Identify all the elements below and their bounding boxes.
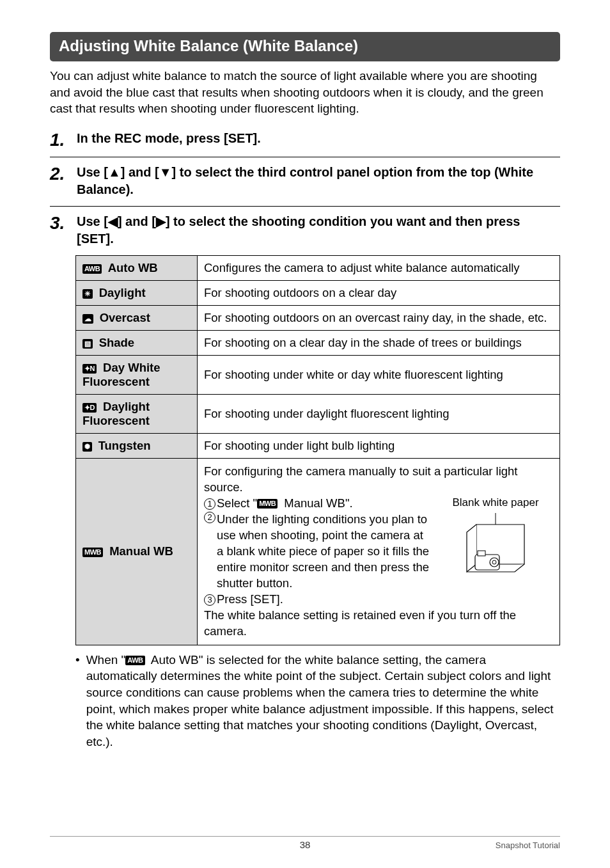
step-3-pre: Use [ [77, 214, 108, 228]
manual-wb-icon: MWB [82, 548, 103, 557]
left-arrow-icon: ◀ [108, 214, 118, 228]
table-row: ▧ Shade For shooting on a clear day in t… [76, 330, 560, 355]
row-desc: For shooting under light bulb lighting [198, 433, 560, 458]
row-desc: For shooting outdoors on a clear day [198, 280, 560, 305]
manual-line1: For configuring the camera manually to s… [204, 464, 553, 496]
row-desc: For shooting on a clear day in the shade… [198, 330, 560, 355]
step-1-text: In the REC mode, press [SET]. [77, 130, 560, 147]
manual-c2: Under the lighting conditions you plan t… [217, 512, 430, 592]
blank-paper-caption: Blank white paper [438, 496, 553, 510]
manual-line2: The white balance setting is retained ev… [204, 608, 553, 640]
row-label: Manual WB [109, 544, 173, 558]
step-3-mid: ] and [ [118, 214, 156, 228]
note-text: When "AWB Auto WB" is selected for the w… [86, 652, 560, 750]
daylight-fluorescent-icon: ✦D [82, 403, 97, 413]
row-label: Auto WB [108, 261, 158, 274]
table-row: AWB Auto WB Configures the camera to adj… [76, 255, 560, 280]
mwb-inline-icon: MWB [257, 499, 278, 509]
page-number: 38 [300, 839, 311, 850]
manual-c1a: Select " [217, 496, 257, 510]
note-pre: When " [86, 653, 126, 667]
awb-inline-icon: AWB [125, 656, 145, 665]
table-row: ☁ Overcast For shooting outdoors on an o… [76, 305, 560, 330]
step-1: 1 In the REC mode, press [SET]. [50, 130, 560, 149]
overcast-icon: ☁ [82, 314, 93, 324]
step-2-pre: Use [ [77, 165, 108, 179]
step-2-text: Use [▲] and [▼] to select the third cont… [77, 164, 560, 198]
step-3-text: Use [◀] and [▶] to select the shooting c… [77, 213, 560, 248]
circled-2-icon: 2 [204, 512, 215, 523]
table-row: MWB Manual WB For configuring the camera… [76, 458, 560, 645]
down-arrow-icon: ▼ [159, 165, 172, 179]
step-separator [50, 157, 560, 157]
intro-text: You can adjust white balance to match th… [50, 68, 560, 117]
right-arrow-icon: ▶ [156, 214, 166, 228]
svg-rect-4 [478, 551, 485, 556]
note-post: Auto WB" is selected for the white balan… [86, 653, 554, 748]
manual-c3: Press [SET]. [217, 592, 283, 606]
day-white-fluorescent-icon: ✦N [82, 364, 97, 374]
circled-3-icon: 3 [204, 594, 215, 606]
manual-c1b: Manual WB". [281, 496, 352, 510]
step-separator [50, 206, 560, 207]
row-label: Shade [99, 336, 135, 349]
step-2-number: 2 [50, 164, 68, 183]
daylight-icon: ☀ [82, 289, 93, 299]
row-desc: For shooting outdoors on an overcast rai… [198, 305, 560, 330]
table-row: ✦D Daylight Fluorescent For shooting und… [76, 394, 560, 433]
row-label: Daylight [99, 286, 146, 299]
circled-1-icon: 1 [204, 498, 215, 510]
row-desc: For shooting under white or day white fl… [198, 355, 560, 394]
table-row: ✺ Tungsten For shooting under light bulb… [76, 433, 560, 458]
up-arrow-icon: ▲ [108, 165, 121, 179]
step-3-number: 3 [50, 213, 68, 232]
row-desc: Configures the camera to adjust white ba… [198, 255, 560, 280]
table-row: ✦N Day White Fluorescent For shooting un… [76, 355, 560, 394]
row-label: Overcast [100, 311, 150, 324]
step-3: 3 Use [◀] and [▶] to select the shooting… [50, 213, 560, 248]
camera-paper-illustration-icon [457, 513, 534, 583]
bullet-icon: • [75, 652, 80, 750]
step-2: 2 Use [▲] and [▼] to select the third co… [50, 164, 560, 198]
footer-section: Snapshot Tutorial [496, 840, 560, 850]
table-row: ☀ Daylight For shooting outdoors on a cl… [76, 280, 560, 305]
svg-point-3 [492, 560, 496, 564]
shade-icon: ▧ [82, 339, 93, 349]
step-2-mid: ] and [ [121, 165, 159, 179]
awb-icon: AWB [82, 264, 102, 274]
manual-wb-content: For configuring the camera manually to s… [204, 464, 553, 640]
tungsten-icon: ✺ [82, 442, 92, 452]
white-balance-table: AWB Auto WB Configures the camera to adj… [75, 255, 560, 645]
row-desc: For shooting under daylight fluorescent … [198, 394, 560, 433]
section-title: Adjusting White Balance (White Balance) [50, 32, 560, 61]
step-1-number: 1 [50, 130, 68, 149]
note-bullets: • When "AWB Auto WB" is selected for the… [75, 652, 560, 750]
page-footer: 38 Snapshot Tutorial [50, 836, 560, 850]
row-label: Tungsten [98, 439, 151, 452]
